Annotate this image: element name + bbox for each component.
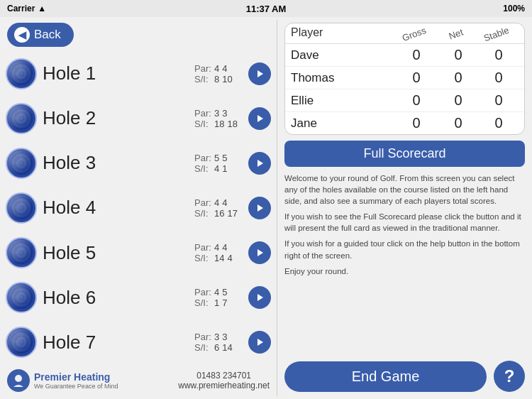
player-name-dave: Dave xyxy=(291,48,392,62)
hole-nav-button-1[interactable] xyxy=(248,62,271,85)
si-back-1: 10 xyxy=(222,74,232,84)
contact-info: 01483 234701 www.premierheating.net xyxy=(178,371,270,390)
time-display: 11:37 AM xyxy=(246,4,287,14)
par-front-7: 3 xyxy=(214,332,219,342)
par-label-6: Par: xyxy=(194,287,211,297)
par-label-2: Par: xyxy=(194,108,211,119)
gross-score-thomas: 0 xyxy=(395,70,438,86)
hole-row-1: Hole 1 Par: 4 4 S/I: 8 10 xyxy=(0,51,277,96)
par-label-4: Par: xyxy=(194,197,211,208)
full-scorecard-button[interactable]: Full Scorecard xyxy=(284,141,525,167)
hole-row-4: Hole 4 Par: 4 4 S/I: 16 17 xyxy=(0,185,277,230)
hole-nav-button-3[interactable] xyxy=(248,152,271,175)
si-label-5: S/I: xyxy=(194,253,211,263)
par-back-4: 4 xyxy=(222,197,227,208)
hole-ball-4 xyxy=(6,192,37,224)
hole-nav-button-4[interactable] xyxy=(248,197,271,219)
si-label-1: S/I: xyxy=(194,74,211,84)
premier-logo-text: Premier Heating We Guarantee Peace of Mi… xyxy=(34,371,118,390)
premier-logo-icon xyxy=(7,369,30,392)
par-back-3: 5 xyxy=(222,153,227,163)
phone-number: 01483 234701 xyxy=(178,371,270,381)
hole-label-3: Hole 3 xyxy=(43,152,194,174)
si-label-2: S/I: xyxy=(194,119,211,129)
hole-nav-button-6[interactable] xyxy=(248,286,271,309)
par-front-1: 4 xyxy=(214,63,219,74)
hole-label-6: Hole 6 xyxy=(43,287,194,309)
si-front-5: 14 xyxy=(214,253,224,263)
hole-par-si-5: Par: 4 4 S/I: 14 4 xyxy=(194,242,244,263)
net-score-thomas: 0 xyxy=(440,70,476,86)
gross-score-jane: 0 xyxy=(395,115,438,131)
status-bar: Carrier ▲ 11:37 AM 100% xyxy=(0,0,532,17)
gross-score-ellie: 0 xyxy=(395,92,438,109)
bottom-row: End Game ? xyxy=(284,359,525,393)
help-button[interactable]: ? xyxy=(494,361,525,392)
brand-tagline: We Guarantee Peace of Mind xyxy=(34,383,118,390)
par-front-5: 4 xyxy=(214,242,219,253)
info-paragraph: If you wish for a guided tour click on t… xyxy=(284,238,525,261)
scorecard-header: Player Gross Net Stable xyxy=(285,23,524,44)
stable-score-jane: 0 xyxy=(479,115,519,131)
si-front-4: 16 xyxy=(214,208,224,219)
hole-ball-5 xyxy=(6,237,37,268)
hole-ball-1 xyxy=(6,58,37,89)
player-name-thomas: Thomas xyxy=(291,71,392,85)
par-front-4: 4 xyxy=(214,197,219,208)
player-name-jane: Jane xyxy=(291,116,392,131)
hole-row-5: Hole 5 Par: 4 4 S/I: 14 4 xyxy=(0,231,277,275)
hole-nav-button-5[interactable] xyxy=(248,241,271,264)
scorecard-box: Player Gross Net Stable Dave 0 0 0 Thoma… xyxy=(284,23,525,135)
back-button[interactable]: ◀ Back xyxy=(7,23,74,47)
hole-par-si-6: Par: 4 5 S/I: 1 7 xyxy=(194,287,244,308)
svg-point-0 xyxy=(15,375,22,382)
right-panel: Player Gross Net Stable Dave 0 0 0 Thoma… xyxy=(277,17,532,399)
player-name-ellie: Ellie xyxy=(291,94,392,108)
hole-row-6: Hole 6 Par: 4 5 S/I: 1 7 xyxy=(0,275,277,320)
par-back-5: 4 xyxy=(222,242,227,253)
si-back-3: 1 xyxy=(222,163,227,174)
par-back-2: 3 xyxy=(222,108,227,119)
si-back-6: 7 xyxy=(222,297,227,308)
net-score-ellie: 0 xyxy=(440,92,476,109)
scorecard-rows: Dave 0 0 0 Thomas 0 0 0 Ellie 0 0 0 Jane… xyxy=(285,44,524,134)
premier-logo: Premier Heating We Guarantee Peace of Mi… xyxy=(7,369,118,392)
wifi-icon: ▲ xyxy=(38,4,46,13)
si-label-7: S/I: xyxy=(194,342,211,353)
scorecard-player-row: Ellie 0 0 0 xyxy=(285,89,524,112)
si-front-6: 1 xyxy=(214,297,219,308)
info-paragraph: If you wish to see the Full Scorecard pl… xyxy=(284,211,525,234)
si-back-7: 14 xyxy=(222,342,232,353)
si-back-4: 17 xyxy=(227,208,237,219)
par-front-2: 3 xyxy=(214,108,219,119)
par-back-7: 3 xyxy=(222,332,227,342)
info-paragraph: Enjoy your round. xyxy=(284,266,525,277)
hole-nav-button-7[interactable] xyxy=(248,331,271,354)
hole-par-si-3: Par: 5 5 S/I: 4 1 xyxy=(194,153,244,174)
hole-label-2: Hole 2 xyxy=(43,107,194,129)
par-label-3: Par: xyxy=(194,153,211,163)
par-label-5: Par: xyxy=(194,242,211,253)
hole-label-7: Hole 7 xyxy=(43,332,194,354)
par-label-1: Par: xyxy=(194,63,211,74)
battery-label: 100% xyxy=(503,4,525,13)
par-back-6: 5 xyxy=(222,287,227,297)
scorecard-player-row: Dave 0 0 0 xyxy=(285,44,524,67)
si-label-6: S/I: xyxy=(194,297,211,308)
back-button-label: Back xyxy=(34,28,61,42)
hole-par-si-2: Par: 3 3 S/I: 18 18 xyxy=(194,108,244,129)
hole-ball-6 xyxy=(6,282,37,313)
gross-score-dave: 0 xyxy=(395,47,438,63)
hole-par-si-4: Par: 4 4 S/I: 16 17 xyxy=(194,197,244,219)
si-front-3: 4 xyxy=(214,163,219,174)
hole-nav-button-2[interactable] xyxy=(248,107,271,130)
par-front-3: 5 xyxy=(214,153,219,163)
stable-score-thomas: 0 xyxy=(479,70,519,86)
hole-ball-2 xyxy=(6,103,37,134)
end-game-button[interactable]: End Game xyxy=(284,361,487,392)
net-col-header: Net xyxy=(438,23,475,46)
carrier-label: Carrier xyxy=(7,4,35,13)
left-panel: ◀ Back Hole 1 Par: 4 4 S/I: 8 10 xyxy=(0,17,277,399)
net-score-jane: 0 xyxy=(440,115,476,131)
si-front-1: 8 xyxy=(214,74,219,84)
